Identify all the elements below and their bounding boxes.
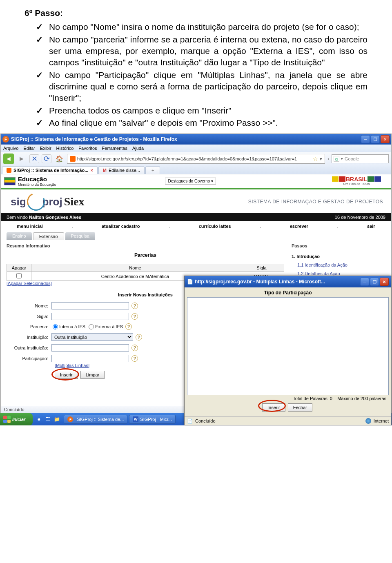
folder-icon[interactable]: 📁 <box>53 416 60 423</box>
ministry-subtitle: Ministério da Educação <box>18 182 56 187</box>
help-icon[interactable]: ? <box>136 334 142 340</box>
passos-item[interactable]: 1. Introdução <box>292 252 385 261</box>
help-icon[interactable]: ? <box>131 313 138 320</box>
check-icon: ✓ <box>36 117 43 129</box>
url-bar[interactable]: http://sigproj.mec.gov.br/siex.php?id=7&… <box>67 154 325 164</box>
url-dropdown-icon[interactable]: ▾ <box>320 156 322 162</box>
passos-item[interactable]: 1.1 Identificação da Ação <box>292 261 385 269</box>
favicon-icon <box>70 156 76 162</box>
help-icon[interactable]: ? <box>125 323 132 330</box>
chevron-down-icon: ▾ <box>211 179 213 183</box>
destaques-dropdown[interactable]: Destaques do Governo ▾ <box>165 178 216 185</box>
help-icon[interactable]: ? <box>131 355 138 362</box>
tab-extensao[interactable]: Extensão <box>33 232 64 240</box>
menu-ferramentas[interactable]: Ferramentas <box>102 146 127 151</box>
instituicao-select[interactable]: Outra Instituição <box>51 333 133 341</box>
taskbar-item-sigproj[interactable]: F SIGProj :: Sistema de... <box>64 415 127 424</box>
tab-ensino[interactable]: Ensino <box>7 232 32 240</box>
passos-heading: Passos <box>292 243 385 248</box>
firefox-icon: F <box>2 136 9 142</box>
popup-fechar-button[interactable]: Fechar <box>288 403 312 412</box>
window-title: SIGProj :: Sistema de Informação e Gestã… <box>11 136 361 142</box>
check-icon: ✓ <box>36 105 43 116</box>
help-icon[interactable]: ? <box>131 303 138 309</box>
check-icon: ✓ <box>36 21 43 33</box>
taskbar-item-word[interactable]: W SIGProj - Micr... <box>129 415 176 424</box>
check-icon: ✓ <box>36 69 43 104</box>
menu-atualizar[interactable]: atualizar cadastro <box>102 224 140 229</box>
label-parceria: Parceria: <box>7 324 51 329</box>
sigla-input[interactable] <box>51 313 129 320</box>
tab-label: SIGProj :: Sistema de Informação... <box>13 168 88 173</box>
menu-inicial[interactable]: menu inicial <box>17 224 43 229</box>
word-count: Total de Palavras: 0 <box>293 396 332 401</box>
step-heading: 6º Passo: <box>24 7 368 19</box>
th-apagar: Apagar <box>7 264 31 272</box>
quicklaunch: e 🗔 📁 <box>33 416 63 423</box>
tab-sigproj[interactable]: SIGProj :: Sistema de Informação... × <box>2 166 98 174</box>
maximize-button[interactable]: ❐ <box>371 135 380 143</box>
participacao-input[interactable] <box>51 355 129 362</box>
menu-lattes[interactable]: currículo lattes <box>199 224 231 229</box>
nome-input[interactable] <box>51 302 129 309</box>
popup-maximize-button[interactable]: ❐ <box>370 278 379 286</box>
siex-logo: Siex <box>64 195 85 208</box>
menu-arquivo[interactable]: Arquivo <box>3 146 18 151</box>
sigproj-header: sigproj Siex SISTEMA DE INFORMAÇÃO E GES… <box>1 189 391 213</box>
tab-gmail[interactable]: M Edilaine disse... <box>98 166 145 174</box>
bullet-5: Ao final clique em "salvar" e depois em … <box>49 117 278 129</box>
bullet-4: Preencha todos os campos e clique em "In… <box>49 105 232 116</box>
menu-escrever[interactable]: escrever <box>290 224 308 229</box>
resumo-title: Resumo Informativo <box>7 243 284 248</box>
google-icon: g <box>334 156 339 162</box>
url-text: http://sigproj.mec.gov.br/siex.php?id=7&… <box>77 156 311 161</box>
reload-button[interactable]: ✕ <box>29 154 39 163</box>
bullet-1: No campo "Nome" insira o nome da institu… <box>49 21 359 33</box>
outra-input[interactable] <box>51 344 129 352</box>
popup-heading: Tipo de Participação <box>187 290 389 296</box>
radio-externa[interactable] <box>89 324 94 329</box>
menu-favoritos[interactable]: Favoritos <box>78 146 97 151</box>
tab-label-2: Edilaine disse... <box>109 168 140 173</box>
close-button[interactable]: ✕ <box>381 135 390 143</box>
menu-ajuda[interactable]: Ajuda <box>132 146 144 151</box>
forward-button[interactable]: ► <box>16 154 27 164</box>
desktop-icon[interactable]: 🗔 <box>44 416 51 423</box>
start-button[interactable]: Iniciar <box>0 413 33 425</box>
menu-sair[interactable]: sair <box>367 224 375 229</box>
minimize-button[interactable]: ─ <box>361 135 370 143</box>
tab-pesquisa[interactable]: Pesquisa <box>65 232 95 240</box>
gmail-icon: M <box>103 168 107 173</box>
apagar-selecionados-link[interactable]: [Apagar Selecionados] <box>7 281 52 286</box>
menu-exibir[interactable]: Exibir <box>40 146 51 151</box>
ie-icon[interactable]: e <box>35 416 42 423</box>
popup-close-button[interactable]: ✕ <box>380 278 389 286</box>
help-icon[interactable]: ? <box>131 345 138 351</box>
stop-button[interactable]: ⟳ <box>42 154 51 163</box>
label-participacao: Participação: <box>7 356 51 361</box>
bookmark-star-icon[interactable]: ☆ <box>313 156 318 162</box>
search-dropdown-icon[interactable]: ▾ <box>341 157 343 161</box>
popup-title-text: http://sigproj.mec.gov.br - Múltiplas Li… <box>195 279 360 285</box>
done-icon: 📄 <box>187 418 193 424</box>
menu-historico[interactable]: Histórico <box>56 146 74 151</box>
radio-interna-label: Interna à IES <box>59 324 85 329</box>
back-button[interactable]: ◄ <box>3 154 14 164</box>
label-outra: Outra Instituição: <box>7 345 51 350</box>
popup-textarea[interactable] <box>187 297 389 395</box>
sigproj-tagline: SISTEMA DE INFORMAÇÃO E GESTÃO DE PROJET… <box>248 199 383 205</box>
new-tab-button[interactable]: + <box>145 166 160 174</box>
menu-editar[interactable]: Editar <box>23 146 35 151</box>
limpar-button[interactable]: Limpar <box>80 371 105 379</box>
popup-window: 📄 http://sigproj.mec.gov.br - Múltiplas … <box>184 276 392 425</box>
home-button[interactable]: 🏠 <box>54 154 65 164</box>
popup-minimize-button[interactable]: ─ <box>360 278 369 286</box>
multiplas-linhas-link[interactable]: [Múltiplas Linhas] <box>55 363 89 368</box>
bullet-list: ✓No campo "Nome" insira o nome da instit… <box>36 21 368 129</box>
search-box[interactable]: g ▾ Google <box>332 154 389 163</box>
row-checkbox[interactable] <box>16 273 22 278</box>
go-button[interactable]: • <box>327 156 329 161</box>
parcerias-heading: Parcerias <box>7 252 284 258</box>
radio-interna[interactable] <box>53 324 58 329</box>
tab-close-icon[interactable]: × <box>90 168 93 173</box>
